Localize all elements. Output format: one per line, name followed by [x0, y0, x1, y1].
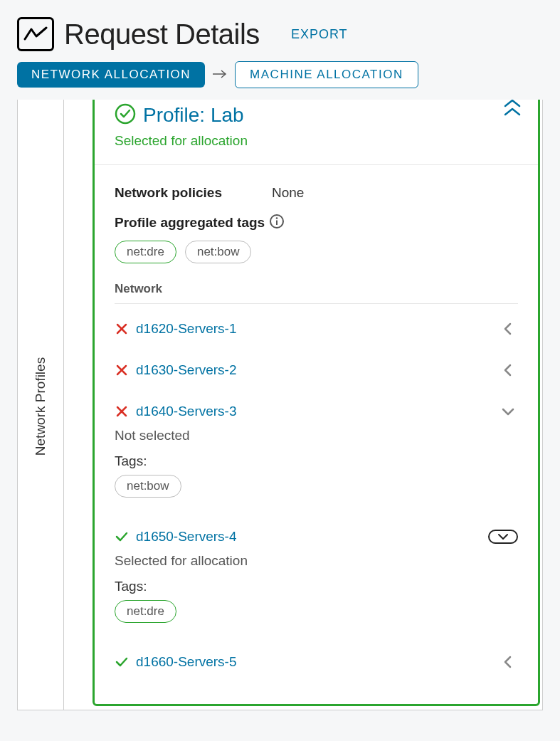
chevron-left-icon[interactable]	[498, 655, 518, 669]
network-item: d1660-Servers-5	[115, 641, 518, 683]
network-name-link[interactable]: d1640-Servers-3	[136, 404, 491, 419]
chevron-left-icon[interactable]	[498, 363, 518, 377]
tag-net-dre: net:dre	[115, 241, 176, 263]
collapse-icon[interactable]	[502, 100, 522, 120]
network-name-link[interactable]: d1630-Servers-2	[136, 362, 491, 378]
profile-card: Profile: Lab Selected for allocation Net…	[93, 100, 540, 706]
tab-machine-allocation[interactable]: MACHINE ALLOCATION	[235, 61, 418, 88]
tag-net-bow: net:bow	[185, 241, 252, 263]
expand-chip-icon[interactable]	[488, 530, 518, 544]
svg-point-3	[276, 217, 278, 219]
tags-label: Tags:	[115, 579, 518, 594]
chart-icon	[17, 17, 54, 51]
tab-network-allocation[interactable]: NETWORK ALLOCATION	[17, 62, 205, 88]
check-icon	[115, 656, 129, 668]
network-policies-value: None	[272, 185, 304, 201]
export-button[interactable]: EXPORT	[291, 27, 348, 42]
selected-block: Selected for allocation Tags: net:dre	[115, 553, 518, 623]
network-item: d1620-Servers-1	[115, 308, 518, 350]
sidebar-network-profiles[interactable]: Network Profiles	[18, 100, 64, 710]
page-header: Request Details EXPORT	[0, 0, 560, 58]
tag-net-dre: net:dre	[115, 600, 176, 623]
network-policies-label: Network policies	[115, 185, 222, 201]
network-name-link[interactable]: d1660-Servers-5	[136, 654, 491, 670]
sidebar-label: Network Profiles	[33, 357, 48, 456]
chevron-left-icon[interactable]	[498, 322, 518, 336]
network-section-label: Network	[115, 282, 518, 296]
not-selected-block: Not selected Tags: net:bow	[115, 428, 518, 498]
profile-body: Network policies None Profile aggregated…	[95, 165, 538, 697]
tags-label: Tags:	[115, 453, 518, 469]
x-icon	[115, 406, 129, 417]
not-selected-title: Not selected	[115, 428, 518, 443]
network-item: d1640-Servers-3	[115, 391, 518, 432]
x-icon	[115, 323, 129, 335]
network-name-link[interactable]: d1620-Servers-1	[136, 321, 491, 337]
check-circle-icon	[115, 103, 136, 127]
profile-header: Profile: Lab Selected for allocation	[95, 100, 538, 165]
profile-selected-label: Selected for allocation	[115, 133, 518, 149]
main-panel: Network Profiles Profile: Lab Selected f…	[17, 100, 543, 710]
network-name-link[interactable]: d1650-Servers-4	[136, 529, 481, 545]
arrow-right-icon	[212, 68, 228, 83]
chevron-down-icon[interactable]	[498, 406, 518, 417]
network-item: d1650-Servers-4	[115, 516, 518, 557]
info-icon[interactable]	[269, 214, 285, 232]
allocation-tabs: NETWORK ALLOCATION MACHINE ALLOCATION	[0, 58, 560, 100]
profile-title: Profile: Lab	[143, 104, 244, 127]
tag-net-bow: net:bow	[115, 475, 181, 498]
aggregated-tags-label: Profile aggregated tags	[115, 215, 265, 231]
profile-content: Profile: Lab Selected for allocation Net…	[64, 100, 542, 710]
selected-title: Selected for allocation	[115, 553, 518, 569]
check-icon	[115, 531, 129, 542]
page-title: Request Details	[64, 19, 260, 51]
x-icon	[115, 364, 129, 376]
network-item: d1630-Servers-2	[115, 350, 518, 391]
